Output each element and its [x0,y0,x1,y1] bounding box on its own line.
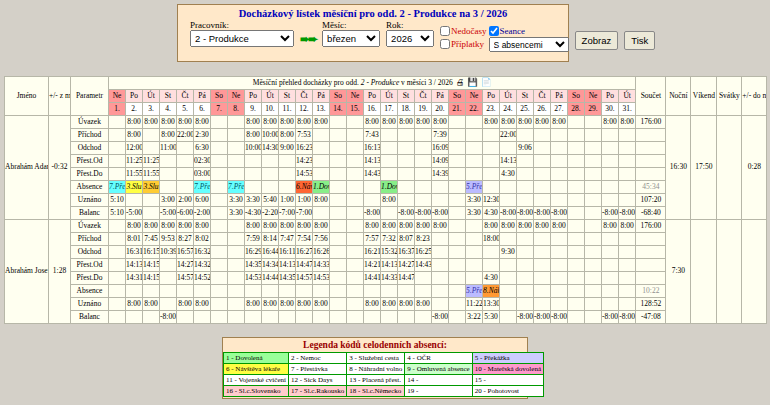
seance-checkbox[interactable] [489,26,499,36]
absence-filter-select[interactable]: S absencemi [489,37,569,52]
day-number-header: 9. [245,103,262,116]
employee-name: Abrahám Adam (1134) [5,116,49,220]
attendance-cell: 3:00 [160,194,177,207]
day-number-header: 24. [500,103,517,116]
attendance-cell [398,129,415,142]
attendance-cell [211,168,228,181]
attendance-cell: -7:00 [279,207,296,220]
attendance-cell [602,194,619,207]
attendance-cell [228,311,245,324]
day-number-header: 14. [330,103,347,116]
absence-cell: 1.Dov [313,181,330,194]
attendance-cell [109,142,126,155]
attendance-cell: -8:00 [432,311,449,324]
attendance-cell: 14:13 [364,155,381,168]
attendance-cell [381,168,398,181]
day-number-header: 5. [177,103,194,116]
export-icon[interactable]: 📄 [481,77,492,87]
day-number-header: 25. [517,103,534,116]
attendance-cell [517,272,534,285]
attendance-cell: 8:00 [415,116,432,129]
attendance-cell [449,207,466,220]
attendance-cell [330,298,347,311]
show-button[interactable]: Zobraz [575,31,619,50]
attendance-cell: 8:00 [296,220,313,233]
attendance-cell [109,272,126,285]
print-button[interactable]: Tisk [624,31,655,50]
absence-cell-empty [364,181,381,194]
employee-next-delta: 0:28 [742,116,767,220]
attendance-cell [211,259,228,272]
attendance-cell [364,194,381,207]
priplatky-checkbox[interactable] [440,39,450,49]
attendance-cell: 8:01 [126,233,143,246]
attendance-cell [432,259,449,272]
weekday-header: So [211,90,228,103]
attendance-cell [415,142,432,155]
absence-cell-empty [245,285,262,298]
attendance-cell: -8:00 [602,207,619,220]
attendance-cell [381,129,398,142]
attendance-cell [500,142,517,155]
nedocasy-checkbox[interactable] [440,26,450,36]
attendance-cell: 8:00 [398,298,415,311]
attendance-cell: 14:21 [364,259,381,272]
absence-cell-empty [296,285,313,298]
absence-cell-empty [619,285,636,298]
absence-cell-empty [143,285,160,298]
day-number-header: 30. [602,103,619,116]
legend-item: 7 - Přestávka [288,364,346,375]
year-select[interactable]: 2026 [386,30,434,47]
attendance-cell: 14:47 [296,259,313,272]
attendance-cell [619,155,636,168]
attendance-cell [500,259,517,272]
legend-item: 12 - Sick Days [288,375,346,386]
absence-cell-empty [619,181,636,194]
attendance-cell [602,155,619,168]
print-icon[interactable]: 🖨 [456,77,465,87]
day-number-header: 18. [398,103,415,116]
attendance-cell: -4:30 [245,207,262,220]
attendance-cell: 8:00 [313,116,330,129]
worker-select[interactable]: 2 - Produkce [190,30,294,47]
attendance-cell: 8:00 [313,298,330,311]
attendance-cell: 14:53 [245,272,262,285]
attendance-cell [551,233,568,246]
attendance-cell: 14:13 [381,259,398,272]
absence-cell-empty [194,285,211,298]
attendance-cell: -8:00 [432,207,449,220]
month-select[interactable]: březen [322,30,380,47]
attendance-cell [347,129,364,142]
attendance-cell: 8:00 [279,220,296,233]
attendance-cell: 8:00 [432,116,449,129]
day-number-header: 2. [126,103,143,116]
attendance-cell [415,272,432,285]
attendance-cell [211,233,228,246]
attendance-cell [517,194,534,207]
attendance-cell: 8:00 [126,298,143,311]
attendance-cell [381,311,398,324]
month-field: Měsíc: březen [322,20,380,47]
attendance-cell [364,311,381,324]
attendance-cell [381,207,398,220]
day-number-header: 26. [534,103,551,116]
attendance-cell: 16:31 [126,246,143,259]
attendance-cell: 8:00 [194,116,211,129]
attendance-cell: 14:35 [245,259,262,272]
absence-cell-empty [262,285,279,298]
attendance-cell: -8:00 [415,207,432,220]
attendance-cell: 16:26 [313,246,330,259]
attendance-cell [228,259,245,272]
attendance-cell [483,129,500,142]
save-icon[interactable]: 💾 [467,77,478,87]
attendance-cell: -8:00 [551,311,568,324]
attendance-table: Jméno+/- z min.ParametrMěsíční přehled d… [4,76,767,324]
attendance-cell [585,311,602,324]
weekday-header: Pá [194,90,211,103]
day-number-header: 10. [262,103,279,116]
priplatky-label: Příplatky [451,39,484,49]
attendance-cell: 2:30 [194,129,211,142]
legend-panel: Legenda kódů celodenních absencí: 1 - Do… [222,337,528,399]
absence-cell: 5.Pře 5:22 [466,285,483,298]
attendance-cell [228,155,245,168]
